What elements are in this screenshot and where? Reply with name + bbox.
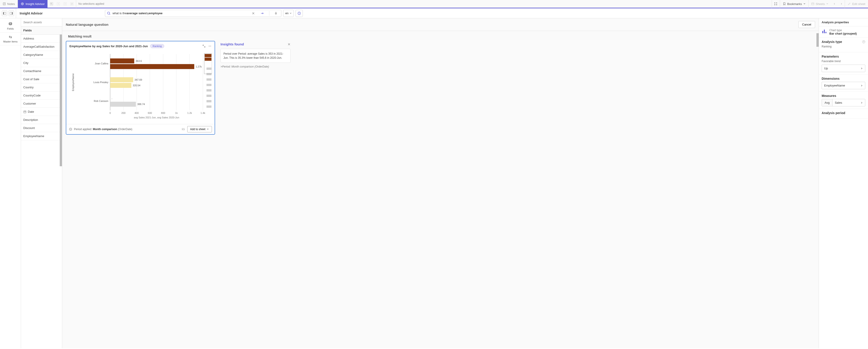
analysis-type-value: Ranking <box>822 45 865 48</box>
edit-sheet-button: Edit sheet <box>845 0 868 8</box>
grid-icon[interactable] <box>772 0 780 8</box>
prev-sheet-button[interactable] <box>831 0 838 8</box>
right-panel-toggle[interactable] <box>9 11 14 16</box>
svg-text:1.2k: 1.2k <box>187 112 192 114</box>
nlq-title: Natural language question <box>66 23 108 27</box>
chevron-down-icon <box>289 12 292 14</box>
svg-rect-9 <box>57 2 60 5</box>
bookmarks-label: Bookmarks <box>787 2 802 6</box>
svg-text:1k: 1k <box>175 112 178 114</box>
help-icon[interactable]: ? <box>862 40 865 43</box>
field-item[interactable]: Customer <box>21 100 62 108</box>
svg-rect-15 <box>776 2 777 3</box>
notes-tab[interactable]: Notes <box>0 0 18 8</box>
left-panel-toggle[interactable] <box>2 11 7 16</box>
edit-sheet-label: Edit sheet <box>852 2 865 6</box>
search-actions <box>248 11 281 15</box>
insight-advisor-tab[interactable]: Insight Advisor <box>18 0 48 8</box>
rail-fields[interactable]: Fields <box>0 20 21 33</box>
svg-text:Joan Callins: Joan Callins <box>95 62 108 65</box>
notes-label: Notes <box>7 2 15 6</box>
fields-list[interactable]: AddressAverageCallSatisfactionCategoryNa… <box>21 35 62 348</box>
more-icon[interactable] <box>208 44 212 48</box>
add-to-sheet-button[interactable]: Add to sheet <box>187 126 212 132</box>
measures-label: Measures <box>822 94 836 98</box>
chart-tag: Ranking <box>150 44 164 48</box>
chevron-right-icon <box>861 67 863 70</box>
view-toggles <box>0 8 16 18</box>
field-item[interactable]: ContactName <box>21 67 62 75</box>
step-forward-icon <box>63 2 67 6</box>
svg-rect-6 <box>50 2 53 5</box>
field-item[interactable]: City <box>21 59 62 67</box>
favorable-trend-select[interactable]: Up <box>822 65 865 72</box>
svg-point-38 <box>210 46 210 46</box>
fields-panel: Fields AddressAverageCallSatisfactionCat… <box>21 18 62 348</box>
info-button[interactable] <box>296 10 303 17</box>
smart-search-icon[interactable] <box>49 2 54 6</box>
props-header: Analysis properties <box>819 18 868 27</box>
scrollbar[interactable] <box>816 33 819 47</box>
dimension-value: EmployeeName <box>824 84 845 87</box>
bar-chart[interactable]: 02004006008001k1.2k1.4kJoan Callins363.6… <box>69 52 212 122</box>
field-item[interactable]: CountryCode <box>21 92 62 100</box>
sheets-icon <box>811 2 814 5</box>
svg-point-5 <box>22 3 23 4</box>
measure-select[interactable]: Avg Sales <box>822 99 865 106</box>
break-link-icon[interactable] <box>181 128 185 131</box>
search-input[interactable]: what is the average sales by employee <box>113 10 248 17</box>
field-item[interactable]: Address <box>21 35 62 43</box>
language-selector[interactable]: en <box>283 10 293 17</box>
field-item[interactable]: Country <box>21 83 62 92</box>
insights-card: Insights found Period over Period: avera… <box>220 41 290 68</box>
top-toolbar: Notes Insight Advisor No selections appl… <box>0 0 868 8</box>
svg-text:Rob Carsson: Rob Carsson <box>94 100 108 102</box>
svg-rect-74 <box>205 58 212 61</box>
toolbar-right: Bookmarks Sheets Edit sheet <box>772 0 868 8</box>
analysis-type-label: Analysis type <box>822 40 842 44</box>
svg-rect-58 <box>110 59 134 64</box>
svg-line-13 <box>71 3 72 4</box>
field-item[interactable]: Date <box>21 108 62 116</box>
left-rail: Fields Master items <box>0 18 21 348</box>
svg-rect-78 <box>207 84 212 86</box>
props-analysis-type: Analysis type ? Ranking <box>819 38 868 53</box>
measure-agg[interactable]: Avg <box>822 99 833 106</box>
svg-rect-18 <box>811 3 814 5</box>
svg-rect-82 <box>207 105 212 108</box>
field-item[interactable]: Discount <box>21 124 62 132</box>
expand-icon[interactable] <box>203 44 206 48</box>
clear-search-icon[interactable] <box>250 12 256 15</box>
svg-rect-17 <box>776 4 777 5</box>
next-sheet-button[interactable] <box>838 0 845 8</box>
database-icon <box>8 22 13 27</box>
scrollbar[interactable] <box>60 35 62 166</box>
svg-text:1.4k: 1.4k <box>200 112 205 114</box>
search-container: what is the average sales by employee <box>105 10 281 17</box>
rail-master-items[interactable]: Master items <box>0 33 21 45</box>
field-item[interactable]: Cost of Sale <box>21 75 62 83</box>
field-item[interactable]: EmployeeName <box>21 132 62 140</box>
svg-rect-10 <box>64 2 66 5</box>
clock-icon <box>69 128 72 131</box>
svg-text:avg Sales 2021-Jun, avg Sales : avg Sales 2021-Jun, avg Sales 2020-Jun <box>134 116 179 119</box>
measure-field[interactable]: Sales <box>833 99 865 106</box>
submit-search-icon[interactable] <box>259 11 266 15</box>
field-item[interactable]: AverageCallSatisfaction <box>21 43 62 51</box>
svg-point-32 <box>9 23 12 24</box>
page-title: Insight Advisor <box>16 11 46 15</box>
field-item[interactable]: Description <box>21 116 62 124</box>
chart-footer-text: Period applied: Month comparison (OrderD… <box>74 128 132 131</box>
close-icon[interactable] <box>287 43 290 46</box>
svg-text:?: ? <box>863 41 864 43</box>
microphone-icon[interactable] <box>273 12 279 15</box>
field-item[interactable]: CategoryName <box>21 51 62 59</box>
svg-rect-60 <box>110 64 194 69</box>
svg-line-8 <box>52 4 52 4</box>
bookmarks-button[interactable]: Bookmarks <box>780 0 808 8</box>
chart-card: EmployeeName by avg Sales for 2020-Jun a… <box>66 41 215 135</box>
cancel-button[interactable]: Cancel <box>798 21 815 28</box>
asset-search-input[interactable] <box>23 21 60 24</box>
props-chart-type: Chart type Bar chart (grouped) <box>819 27 868 38</box>
dimension-select[interactable]: EmployeeName <box>822 82 865 89</box>
